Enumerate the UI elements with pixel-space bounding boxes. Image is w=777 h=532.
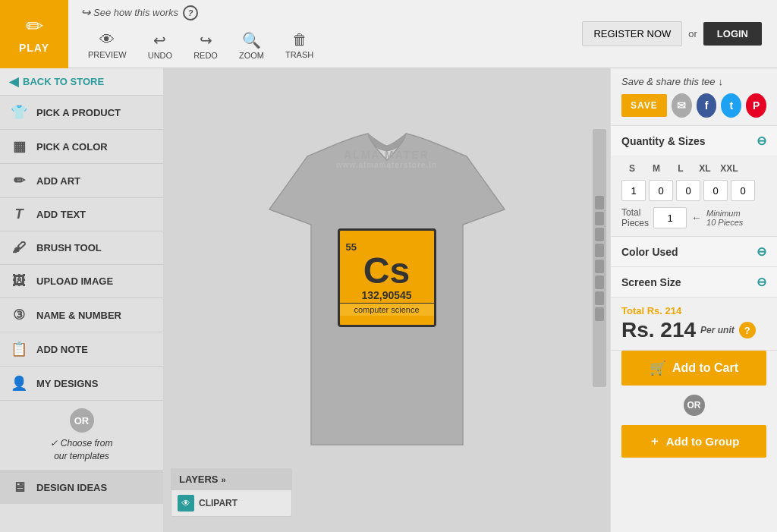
screen-size-toggle-icon[interactable]: ⊖ bbox=[757, 275, 766, 289]
quantity-toggle-icon[interactable]: ⊖ bbox=[757, 134, 766, 148]
scroll-seg bbox=[595, 212, 604, 225]
total-price-line: Total Rs. 214 bbox=[621, 305, 766, 316]
my-designs-label: MY DESIGNS bbox=[36, 378, 98, 389]
layer-clipart-item[interactable]: 👁 CLIPART bbox=[171, 490, 291, 516]
back-arrow-icon: ◀ bbox=[9, 74, 18, 89]
size-m-input[interactable] bbox=[649, 180, 673, 201]
element-number: 55 bbox=[340, 241, 357, 253]
preview-button[interactable]: 👁 PREVIEW bbox=[80, 28, 134, 63]
play-icon: ✏ bbox=[26, 14, 43, 39]
screen-size-header[interactable]: Screen Size ⊖ bbox=[611, 267, 777, 297]
color-used-section: Color Used ⊖ bbox=[611, 237, 777, 267]
register-now-button[interactable]: REGISTER NOW bbox=[582, 21, 682, 46]
check-icon: ✓ bbox=[50, 438, 58, 449]
arrow-icon: ↪ bbox=[80, 5, 90, 20]
sidebar-item-my-designs[interactable]: 👤 MY DESIGNS bbox=[0, 367, 163, 401]
size-xxl-label: XXL bbox=[719, 163, 740, 174]
layers-title: LAYERS bbox=[179, 474, 219, 485]
price-big: Rs. 214 Per unit ? bbox=[621, 318, 766, 342]
login-button[interactable]: LOGIN bbox=[703, 22, 762, 46]
layer-clipart-label: CLIPART bbox=[199, 498, 238, 508]
scroll-seg bbox=[595, 307, 604, 321]
add-art-label: ADD ART bbox=[36, 175, 80, 187]
sidebar-item-upload-image[interactable]: 🖼 UPLOAD IMAGE bbox=[0, 265, 163, 298]
plus-icon: ＋ bbox=[649, 434, 660, 449]
save-button[interactable]: SAVE bbox=[621, 94, 667, 117]
how-it-works-link[interactable]: ↪ See how this works ? bbox=[80, 5, 198, 20]
eye-icon: 👁 bbox=[99, 31, 115, 49]
sidebar-item-pick-product[interactable]: 👕 PICK A PRODUCT bbox=[0, 96, 163, 130]
layer-eye-icon[interactable]: 👁 bbox=[178, 495, 194, 512]
or-text: or bbox=[688, 28, 697, 39]
element-box[interactable]: 55 Cs 132,90545 computer science bbox=[338, 228, 436, 327]
undo-button[interactable]: ↩ UNDO bbox=[140, 28, 180, 63]
tshirt-icon: 👕 bbox=[11, 104, 27, 121]
layers-header[interactable]: LAYERS » bbox=[171, 469, 291, 490]
screen-size-title: Screen Size bbox=[621, 276, 681, 288]
redo-icon: ↪ bbox=[200, 31, 212, 49]
sidebar-item-add-art[interactable]: ✏ ADD ART bbox=[0, 164, 163, 198]
color-used-title: Color Used bbox=[621, 246, 678, 258]
pinterest-share-button[interactable]: P bbox=[746, 93, 766, 118]
add-to-group-label: Add to Group bbox=[666, 435, 740, 448]
sidebar-item-name-number[interactable]: ③ NAME & NUMBER bbox=[0, 298, 163, 332]
redo-button[interactable]: ↪ REDO bbox=[186, 28, 225, 63]
undo-label: UNDO bbox=[148, 51, 172, 60]
sidebar-item-pick-color[interactable]: ▦ PICK A COLOR bbox=[0, 130, 163, 164]
scroll-seg bbox=[595, 228, 604, 241]
back-to-store-link[interactable]: ◀ BACK TO STORE bbox=[0, 68, 163, 96]
sidebar-item-add-text[interactable]: T ADD TEXT bbox=[0, 198, 163, 231]
size-s-input[interactable] bbox=[621, 180, 646, 201]
element-mass: 132,90545 bbox=[361, 289, 411, 301]
undo-icon: ↩ bbox=[153, 31, 166, 49]
facebook-share-button[interactable]: f bbox=[697, 93, 717, 118]
element-symbol: Cs bbox=[363, 253, 410, 289]
redo-label: REDO bbox=[193, 51, 218, 60]
size-l-input[interactable] bbox=[676, 180, 700, 201]
total-pieces-label: TotalPieces bbox=[621, 207, 649, 228]
per-unit-label: Per unit bbox=[700, 325, 735, 335]
size-xxl-input[interactable] bbox=[731, 180, 755, 201]
or-badge: OR bbox=[70, 408, 94, 433]
email-share-button[interactable]: ✉ bbox=[672, 93, 692, 118]
twitter-share-button[interactable]: t bbox=[721, 93, 741, 118]
scroll-seg bbox=[595, 196, 604, 209]
choose-templates-text: ✓ Choose fromour templates bbox=[50, 437, 112, 463]
sidebar-item-brush-tool[interactable]: 🖌 BRUSH TOOL bbox=[0, 231, 163, 265]
add-to-cart-button[interactable]: 🛒 Add to Cart bbox=[621, 351, 766, 386]
preview-label: PREVIEW bbox=[88, 50, 127, 59]
scroll-seg bbox=[595, 291, 604, 305]
price-help-button[interactable]: ? bbox=[739, 322, 756, 338]
add-to-group-button[interactable]: ＋ Add to Group bbox=[621, 425, 766, 458]
play-button[interactable]: ✏ PLAY bbox=[0, 0, 68, 68]
size-xl-input[interactable] bbox=[703, 180, 728, 201]
add-text-label: ADD TEXT bbox=[36, 209, 86, 220]
layers-chevron-icon: » bbox=[222, 475, 226, 484]
right-panel: Save & share this tee ↓ SAVE ✉ f t P Qua… bbox=[610, 68, 777, 532]
zoom-button[interactable]: 🔍 ZOOM bbox=[231, 28, 272, 63]
canvas-area: ALMA MATER www.almamaterstore.in 55 Cs 1… bbox=[163, 68, 610, 532]
design-ideas-icon: 🖥 bbox=[11, 480, 27, 496]
cart-icon: 🛒 bbox=[650, 360, 666, 376]
scroll-seg bbox=[595, 244, 604, 257]
sidebar-item-design-ideas[interactable]: 🖥 DESIGN IDEAS bbox=[0, 471, 163, 504]
scroll-seg bbox=[595, 275, 604, 289]
pick-color-label: PICK A COLOR bbox=[36, 141, 108, 153]
total-price-value: Rs. 214 bbox=[647, 305, 682, 316]
help-icon: ? bbox=[183, 5, 198, 20]
color-used-toggle-icon[interactable]: ⊖ bbox=[757, 244, 766, 259]
quantity-sizes-header[interactable]: Quantity & Sizes ⊖ bbox=[611, 126, 777, 156]
scroll-handle[interactable] bbox=[593, 129, 606, 387]
trash-button[interactable]: 🗑 TRASH bbox=[278, 28, 321, 63]
save-share-title: Save & share this tee ↓ bbox=[621, 76, 766, 87]
sidebar-item-add-note[interactable]: 📋 ADD NOTE bbox=[0, 332, 163, 367]
image-icon: 🖼 bbox=[11, 273, 27, 289]
play-label: PLAY bbox=[19, 42, 49, 54]
upload-image-label: UPLOAD IMAGE bbox=[36, 275, 113, 287]
total-pieces-input[interactable] bbox=[653, 207, 687, 228]
size-xl-label: XL bbox=[694, 163, 716, 174]
color-used-header[interactable]: Color Used ⊖ bbox=[611, 237, 777, 266]
zoom-icon: 🔍 bbox=[242, 31, 261, 49]
layers-panel: LAYERS » 👁 CLIPART bbox=[171, 468, 292, 517]
name-number-label: NAME & NUMBER bbox=[36, 310, 121, 321]
